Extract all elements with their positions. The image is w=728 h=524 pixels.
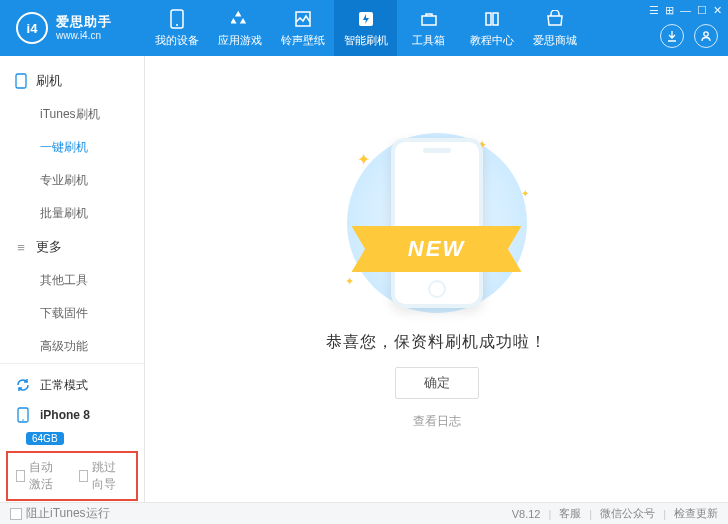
mode-row[interactable]: 正常模式	[0, 370, 144, 400]
device-row[interactable]: iPhone 8	[0, 400, 144, 430]
header-right	[660, 24, 718, 48]
nav-ringtones[interactable]: 铃声壁纸	[271, 0, 334, 56]
menu-icon[interactable]: ☰	[649, 4, 659, 17]
ok-button[interactable]: 确定	[395, 367, 479, 399]
flash-icon	[356, 9, 376, 29]
device-icon	[14, 406, 32, 424]
status-bar: 阻止iTunes运行 V8.12 | 客服 | 微信公众号 | 检查更新	[0, 502, 728, 524]
store-icon	[545, 9, 565, 29]
wechat-link[interactable]: 微信公众号	[600, 506, 655, 521]
minimize-icon[interactable]: —	[680, 4, 691, 17]
svg-point-1	[176, 24, 178, 26]
sidebar-item-advanced[interactable]: 高级功能	[0, 330, 144, 363]
wallpaper-icon	[293, 9, 313, 29]
window-controls: ☰ ⊞ — ☐ ✕	[649, 4, 722, 17]
phone-small-icon	[14, 74, 28, 88]
close-icon[interactable]: ✕	[713, 4, 722, 17]
mode-label: 正常模式	[40, 377, 88, 394]
nav-tutorial[interactable]: 教程中心	[460, 0, 523, 56]
top-nav: 我的设备 应用游戏 铃声壁纸 智能刷机 工具箱 教程中心 爱思商城	[145, 0, 586, 56]
app-header: i4 爱思助手 www.i4.cn 我的设备 应用游戏 铃声壁纸 智能刷机 工具…	[0, 0, 728, 56]
support-link[interactable]: 客服	[559, 506, 581, 521]
phone-icon	[167, 9, 187, 29]
device-name: iPhone 8	[40, 408, 90, 422]
sidebar-item-download-fw[interactable]: 下载固件	[0, 297, 144, 330]
download-button[interactable]	[660, 24, 684, 48]
view-log-link[interactable]: 查看日志	[413, 413, 461, 430]
nav-devices[interactable]: 我的设备	[145, 0, 208, 56]
phone-graphic	[391, 138, 483, 308]
user-button[interactable]	[694, 24, 718, 48]
sidebar-item-batch-flash[interactable]: 批量刷机	[0, 197, 144, 230]
check-update-link[interactable]: 检查更新	[674, 506, 718, 521]
more-icon: ≡	[14, 240, 28, 254]
sidebar-item-itunes-flash[interactable]: iTunes刷机	[0, 98, 144, 131]
nav-toolbox[interactable]: 工具箱	[397, 0, 460, 56]
svg-point-5	[704, 32, 708, 36]
svg-rect-6	[16, 74, 26, 88]
svg-point-8	[22, 419, 24, 421]
app-url: www.i4.cn	[56, 30, 112, 41]
success-illustration: ✦ ✦ ✦ ✦ NEW	[327, 128, 547, 318]
logo: i4 爱思助手 www.i4.cn	[0, 12, 145, 44]
version-label: V8.12	[512, 508, 541, 520]
lock-icon[interactable]: ⊞	[665, 4, 674, 17]
options-highlight-box: 自动激活 跳过向导	[6, 451, 138, 501]
toolbox-icon	[419, 9, 439, 29]
maximize-icon[interactable]: ☐	[697, 4, 707, 17]
logo-icon: i4	[16, 12, 48, 44]
sidebar: 刷机 iTunes刷机 一键刷机 专业刷机 批量刷机 ≡ 更多 其他工具 下载固…	[0, 56, 145, 502]
sidebar-item-oneclick-flash[interactable]: 一键刷机	[0, 131, 144, 164]
auto-activate-checkbox[interactable]: 自动激活	[16, 459, 65, 493]
block-itunes-checkbox[interactable]: 阻止iTunes运行	[10, 505, 110, 522]
sidebar-group-flash[interactable]: 刷机	[0, 64, 144, 98]
main-content: ✦ ✦ ✦ ✦ NEW 恭喜您，保资料刷机成功啦！ 确定 查看日志	[145, 56, 728, 502]
star-icon: ✦	[357, 150, 370, 169]
apps-icon	[230, 9, 250, 29]
svg-rect-4	[422, 16, 436, 25]
sidebar-item-other-tools[interactable]: 其他工具	[0, 264, 144, 297]
star-icon: ✦	[521, 188, 529, 199]
book-icon	[482, 9, 502, 29]
nav-flash[interactable]: 智能刷机	[334, 0, 397, 56]
refresh-icon	[14, 376, 32, 394]
skip-guide-checkbox[interactable]: 跳过向导	[79, 459, 128, 493]
new-ribbon: NEW	[352, 226, 522, 272]
sidebar-item-pro-flash[interactable]: 专业刷机	[0, 164, 144, 197]
star-icon: ✦	[345, 275, 354, 288]
sidebar-group-more[interactable]: ≡ 更多	[0, 230, 144, 264]
storage-badge: 64GB	[26, 432, 64, 445]
app-name: 爱思助手	[56, 15, 112, 29]
success-message: 恭喜您，保资料刷机成功啦！	[326, 332, 547, 353]
nav-store[interactable]: 爱思商城	[523, 0, 586, 56]
nav-games[interactable]: 应用游戏	[208, 0, 271, 56]
